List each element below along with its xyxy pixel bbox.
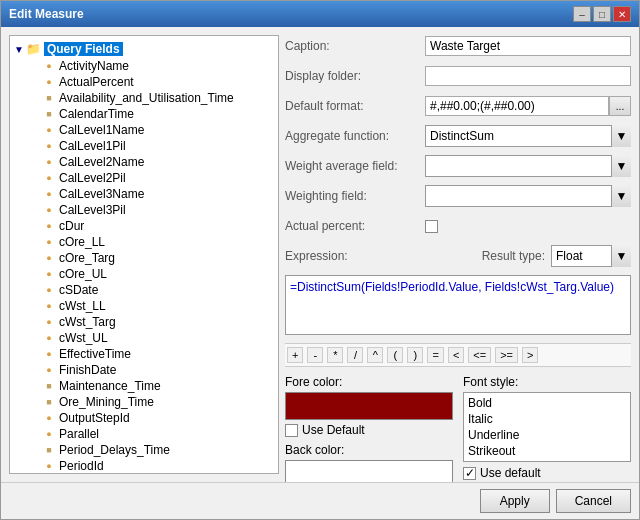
toolbar-op-button[interactable]: + — [287, 347, 303, 363]
field-icon: ● — [42, 347, 56, 361]
font-style-item[interactable]: Italic — [466, 411, 628, 427]
measure-icon: ■ — [42, 91, 56, 105]
tree-item[interactable]: ●CalLevel3Name — [14, 186, 274, 202]
weight-average-arrow[interactable]: ▼ — [611, 155, 631, 177]
field-icon: ● — [42, 283, 56, 297]
tree-item[interactable]: ●cDur — [14, 218, 274, 234]
tree-item[interactable]: ■Availability_and_Utilisation_Time — [14, 90, 274, 106]
toolbar-op-button[interactable]: >= — [495, 347, 518, 363]
display-folder-row: Display folder: — [285, 65, 631, 87]
tree-item-label: cDur — [59, 219, 84, 233]
toolbar-op-button[interactable]: = — [427, 347, 443, 363]
tree-item[interactable]: ●cOre_Targ — [14, 250, 274, 266]
tree-item[interactable]: ●CalLevel2Name — [14, 154, 274, 170]
use-default-fore-checkbox[interactable] — [285, 424, 298, 437]
default-format-label: Default format: — [285, 99, 425, 113]
result-type-label: Result type: — [482, 249, 545, 263]
right-panel: Caption: Display folder: Default format:… — [285, 35, 631, 474]
field-icon: ● — [42, 59, 56, 73]
apply-button[interactable]: Apply — [480, 489, 550, 513]
tree-item[interactable]: ●cOre_UL — [14, 266, 274, 282]
field-icon: ● — [42, 203, 56, 217]
aggregate-function-dropdown[interactable]: DistinctSum ▼ — [425, 125, 631, 147]
display-folder-input[interactable] — [425, 66, 631, 86]
default-format-input[interactable] — [425, 96, 609, 116]
minimize-button[interactable]: – — [573, 6, 591, 22]
toolbar-op-button[interactable]: > — [522, 347, 538, 363]
result-type-dropdown[interactable]: Float ▼ — [551, 245, 631, 267]
tree-container[interactable]: ▼ 📁 Query Fields ●ActivityName●ActualPer… — [10, 36, 278, 473]
tree-item[interactable]: ●cWst_Targ — [14, 314, 274, 330]
tree-item[interactable]: ●ActivityName — [14, 58, 274, 74]
toolbar-op-button[interactable]: ^ — [367, 347, 383, 363]
field-icon: ● — [42, 299, 56, 313]
field-icon: ● — [42, 219, 56, 233]
font-style-item[interactable]: Strikeout — [466, 443, 628, 459]
tree-root-label: Query Fields — [44, 42, 123, 56]
weighting-field-arrow[interactable]: ▼ — [611, 185, 631, 207]
tree-item[interactable]: ■Maintenance_Time — [14, 378, 274, 394]
toolbar-op-button[interactable]: ) — [407, 347, 423, 363]
aggregate-dropdown-arrow[interactable]: ▼ — [611, 125, 631, 147]
tree-item[interactable]: ●OutputStepId — [14, 410, 274, 426]
toolbar-op-button[interactable]: < — [448, 347, 464, 363]
tree-item[interactable]: ●PeriodId — [14, 458, 274, 473]
tree-item[interactable]: ●CalLevel2Pil — [14, 170, 274, 186]
font-style-item[interactable]: Underline — [466, 427, 628, 443]
use-default-font-checkbox[interactable]: ✓ — [463, 467, 476, 480]
caption-label: Caption: — [285, 39, 425, 53]
expression-label: Expression: — [285, 249, 365, 263]
tree-item-label: Period_Delays_Time — [59, 443, 170, 457]
weighting-field-label: Weighting field: — [285, 189, 425, 203]
font-style-item[interactable]: Bold — [466, 395, 628, 411]
tree-item-label: ActualPercent — [59, 75, 134, 89]
fore-color-label: Fore color: — [285, 375, 453, 389]
tree-item[interactable]: ●cSDate — [14, 282, 274, 298]
tree-item[interactable]: ●CalLevel1Name — [14, 122, 274, 138]
tree-item[interactable]: ●EffectiveTime — [14, 346, 274, 362]
toolbar-op-button[interactable]: * — [327, 347, 343, 363]
weight-average-dropdown[interactable]: ▼ — [425, 155, 631, 177]
tree-item[interactable]: ●ActualPercent — [14, 74, 274, 90]
result-type-arrow[interactable]: ▼ — [611, 245, 631, 267]
tree-item[interactable]: ●Parallel — [14, 426, 274, 442]
toolbar-op-button[interactable]: - — [307, 347, 323, 363]
tree-item[interactable]: ■Ore_Mining_Time — [14, 394, 274, 410]
cancel-button[interactable]: Cancel — [556, 489, 631, 513]
tree-root[interactable]: ▼ 📁 Query Fields — [14, 40, 274, 58]
more-button[interactable]: ... — [609, 96, 631, 116]
tree-item-label: cWst_UL — [59, 331, 108, 345]
caption-input[interactable] — [425, 36, 631, 56]
field-icon: ● — [42, 187, 56, 201]
field-icon: ● — [42, 331, 56, 345]
field-icon: ● — [42, 363, 56, 377]
field-icon: ● — [42, 123, 56, 137]
expression-editor[interactable]: =DistinctSum(Fields!PeriodId.Value, Fiel… — [285, 275, 631, 335]
field-icon: ● — [42, 427, 56, 441]
tree-item[interactable]: ●cWst_UL — [14, 330, 274, 346]
close-button[interactable]: ✕ — [613, 6, 631, 22]
tree-item[interactable]: ■Period_Delays_Time — [14, 442, 274, 458]
tree-item[interactable]: ●cOre_LL — [14, 234, 274, 250]
tree-item-label: CalLevel3Pil — [59, 203, 126, 217]
tree-item[interactable]: ■CalendarTime — [14, 106, 274, 122]
tree-item-label: cOre_UL — [59, 267, 107, 281]
weighting-field-dropdown[interactable]: ▼ — [425, 185, 631, 207]
toolbar-op-button[interactable]: <= — [468, 347, 491, 363]
tree-item-label: CalLevel1Pil — [59, 139, 126, 153]
field-icon: ● — [42, 459, 56, 473]
tree-item[interactable]: ●FinishDate — [14, 362, 274, 378]
back-color-swatch[interactable] — [285, 460, 453, 482]
field-icon: ● — [42, 267, 56, 281]
tree-item[interactable]: ●cWst_LL — [14, 298, 274, 314]
toolbar-op-button[interactable]: ( — [387, 347, 403, 363]
expression-row: Expression: Result type: Float ▼ — [285, 245, 631, 267]
maximize-button[interactable]: □ — [593, 6, 611, 22]
field-icon: ● — [42, 315, 56, 329]
toolbar-op-button[interactable]: / — [347, 347, 363, 363]
tree-item[interactable]: ●CalLevel3Pil — [14, 202, 274, 218]
tree-item[interactable]: ●CalLevel1Pil — [14, 138, 274, 154]
fore-color-swatch[interactable] — [285, 392, 453, 420]
tree-item-label: Parallel — [59, 427, 99, 441]
actual-percent-checkbox[interactable] — [425, 220, 438, 233]
